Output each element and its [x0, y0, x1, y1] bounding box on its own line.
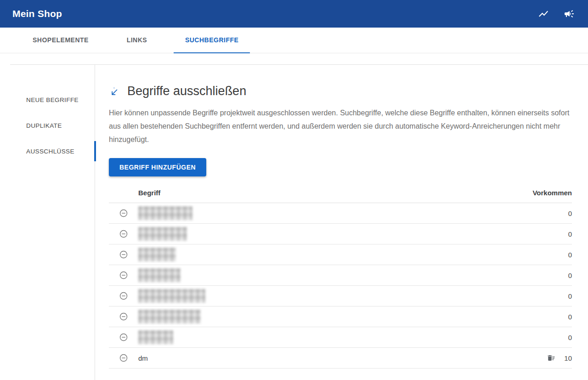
redacted-term: [138, 268, 181, 282]
main-panel: Begriffe ausschließen Hier können unpass…: [95, 65, 588, 380]
sidebar-item-ausschluesse[interactable]: AUSSCHLÜSSE: [10, 138, 95, 164]
remove-term-icon[interactable]: [119, 353, 129, 363]
redacted-term: [138, 310, 201, 323]
tab-suchbegriffe[interactable]: SUCHBEGRIFFE: [174, 28, 250, 53]
remove-term-icon[interactable]: [119, 312, 129, 322]
header-icons: [537, 8, 575, 20]
sidebar: NEUE BEGRIFFE DUPLIKATE AUSSCHLÜSSE: [10, 65, 95, 380]
content-area: NEUE BEGRIFFE DUPLIKATE AUSSCHLÜSSE Begr…: [10, 64, 588, 380]
remove-term-icon[interactable]: [119, 332, 129, 342]
table-row: 0: [109, 286, 572, 306]
page-title: Begriffe ausschließen: [127, 84, 246, 98]
tab-bar: SHOPELEMENTE LINKS SUCHBEGRIFFE: [0, 28, 588, 53]
table-row: 0: [109, 327, 572, 348]
page-description: Hier können unpassende Begriffe projektw…: [109, 106, 572, 146]
remove-term-icon[interactable]: [119, 208, 129, 218]
occurrence-count: 0: [568, 251, 572, 259]
tab-shopelemente[interactable]: SHOPELEMENTE: [21, 28, 100, 53]
redacted-term: [138, 330, 173, 344]
table-row: dm 10: [109, 348, 572, 369]
sidebar-item-neue-begriffe[interactable]: NEUE BEGRIFFE: [10, 87, 95, 113]
table-row: 0: [109, 265, 572, 286]
sidebar-item-duplikate[interactable]: DUPLIKATE: [10, 113, 95, 138]
occurrence-count: 0: [568, 210, 572, 217]
occurrence-count: 10: [564, 354, 572, 362]
column-header-begriff: Begriff: [138, 189, 503, 197]
occurrence-count: 0: [568, 272, 572, 279]
app-title: Mein Shop: [12, 8, 62, 19]
occurrence-count: 0: [568, 334, 572, 341]
add-term-button[interactable]: BEGRIFF HINZUFÜGEN: [109, 158, 206, 176]
table-header: Begriff Vorkommen: [109, 183, 572, 203]
trend-chart-icon[interactable]: [537, 8, 549, 20]
delete-sweep-icon[interactable]: [547, 353, 556, 363]
megaphone-icon[interactable]: [563, 8, 575, 20]
remove-term-icon[interactable]: [119, 270, 129, 280]
column-header-vorkommen: Vorkommen: [503, 189, 572, 197]
redacted-term: [138, 289, 205, 303]
occurrence-count: 0: [568, 230, 572, 238]
exclude-icon: [109, 87, 119, 97]
redacted-term: [138, 248, 176, 261]
remove-term-icon[interactable]: [119, 229, 129, 239]
redacted-term: [138, 227, 187, 241]
redacted-term: [138, 206, 192, 220]
occurrence-count: 0: [568, 313, 572, 321]
table-row: 0: [109, 306, 572, 327]
table-row: 0: [109, 203, 572, 224]
occurrence-count: 0: [568, 292, 572, 300]
page-head: Begriffe ausschließen: [109, 84, 572, 98]
tab-links[interactable]: LINKS: [100, 28, 174, 53]
term-text: dm: [138, 354, 148, 362]
table-row: 0: [109, 224, 572, 244]
terms-table: Begriff Vorkommen 0 0 0: [109, 183, 572, 369]
app-header: Mein Shop: [0, 0, 588, 28]
table-row: 0: [109, 244, 572, 265]
remove-term-icon[interactable]: [119, 291, 129, 301]
remove-term-icon[interactable]: [119, 250, 129, 260]
